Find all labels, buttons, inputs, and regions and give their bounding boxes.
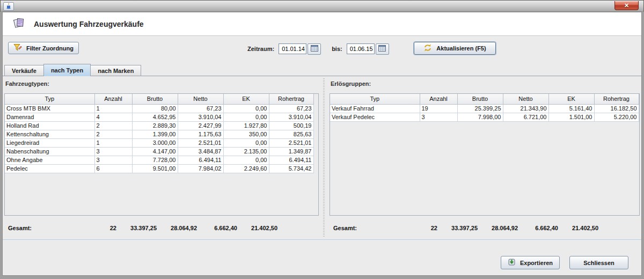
table-row[interactable]: Damenrad44.652,953.910,040,003.910,04 bbox=[5, 113, 313, 121]
table-cell: 2.427,99 bbox=[178, 121, 223, 130]
tab-bar: Verkäufe nach Typen nach Marken bbox=[3, 63, 641, 76]
table-cell: 500,19 bbox=[269, 121, 313, 130]
table-cell: Verkauf Fahrrad bbox=[330, 104, 420, 113]
table-cell: Ohne Angabe bbox=[5, 156, 94, 164]
column-header[interactable]: Brutto bbox=[457, 94, 503, 104]
table-cell: 1 bbox=[94, 104, 132, 113]
date-from-input[interactable] bbox=[279, 43, 306, 54]
split-divider[interactable] bbox=[320, 76, 328, 239]
table-cell: 0,00 bbox=[223, 104, 269, 113]
totals-ek: 6.662,40 bbox=[518, 225, 558, 231]
table-header-row: TypAnzahlBruttoNettoEKRohertrag bbox=[5, 94, 313, 104]
refresh-label: Aktualisieren (F5) bbox=[436, 45, 486, 52]
table-row[interactable]: Liegedreirad13.000,002.521,010,002.521,0… bbox=[5, 138, 313, 147]
column-header[interactable]: Brutto bbox=[132, 94, 178, 104]
tab-nach-typen[interactable]: nach Typen bbox=[43, 64, 91, 76]
documents-icon bbox=[12, 17, 27, 31]
page-title: Auswertung Fahrzeugverkäufe bbox=[34, 20, 144, 28]
tab-nach-marken[interactable]: nach Marken bbox=[90, 65, 141, 76]
window-menu-button[interactable] bbox=[3, 2, 14, 11]
filter-zuordnung-label: Filter Zuordnung bbox=[26, 45, 74, 52]
column-header[interactable]: Typ bbox=[5, 94, 94, 104]
filter-zuordnung-button[interactable]: Filter Zuordnung bbox=[8, 42, 79, 54]
table-cell: 0,00 bbox=[223, 138, 269, 147]
column-header[interactable]: Anzahl bbox=[94, 94, 132, 104]
table-cell: 2.521,01 bbox=[269, 138, 313, 147]
table-cell: 1.175,63 bbox=[178, 130, 223, 138]
table-row[interactable]: Verkauf Fahrrad1925.399,2521.343,905.161… bbox=[330, 104, 639, 113]
table-cell: 7.984,02 bbox=[178, 164, 223, 173]
totals-anzahl: 22 bbox=[397, 225, 437, 231]
tab-label: nach Marken bbox=[98, 68, 134, 74]
table-cell: 4.652,95 bbox=[132, 113, 178, 121]
table-row[interactable]: Ohne Angabe37.728,006.494,110,006.494,11 bbox=[5, 156, 313, 164]
tab-verkaeufe[interactable]: Verkäufe bbox=[4, 65, 44, 76]
table-cell: 825,63 bbox=[269, 130, 313, 138]
table-row[interactable]: Kettenschaltung21.399,001.175,63350,0082… bbox=[5, 130, 313, 138]
fahrzeugtypen-scrollpane: TypAnzahlBruttoNettoEKRohertrag Cross MT… bbox=[4, 93, 319, 216]
table-cell: 3.910,04 bbox=[178, 113, 223, 121]
fahrzeugtypen-totals: Gesamt: 22 33.397,25 28.064,92 6.662,40 … bbox=[3, 217, 320, 239]
table-row[interactable]: Nabenschaltung34.147,003.484,872.135,001… bbox=[5, 147, 313, 156]
toolbar: Filter Zuordnung Zeitraum: bis: bbox=[3, 36, 641, 63]
table-cell: 6.494,11 bbox=[269, 156, 313, 164]
table-cell: 2 bbox=[94, 121, 132, 130]
table-cell: 3.000,00 bbox=[132, 138, 178, 147]
table-cell: 2.889,30 bbox=[132, 121, 178, 130]
column-header[interactable]: EK bbox=[223, 94, 269, 104]
table-cell: 6.494,11 bbox=[178, 156, 223, 164]
totals-anzahl: 22 bbox=[76, 225, 116, 231]
table-header-row: TypAnzahlBruttoNettoEKRohertrag bbox=[330, 94, 639, 104]
table-row[interactable]: Pedelec69.501,007.984,022.249,605.734,42 bbox=[5, 164, 313, 173]
column-header[interactable]: Netto bbox=[503, 94, 548, 104]
tab-label: nach Typen bbox=[51, 67, 83, 74]
export-icon bbox=[508, 258, 516, 267]
schliessen-button[interactable]: Schliessen bbox=[569, 256, 628, 269]
erloesgruppen-title: Erlösgruppen: bbox=[328, 76, 641, 90]
table-row[interactable]: Holland Rad22.889,302.427,991.927,80500,… bbox=[5, 121, 313, 130]
erloesgruppen-table: TypAnzahlBruttoNettoEKRohertrag Verkauf … bbox=[330, 94, 639, 122]
refresh-button[interactable]: Aktualisieren (F5) bbox=[414, 42, 496, 55]
title-bar[interactable]: ✕ bbox=[0, 0, 644, 12]
date-from-calendar-button[interactable] bbox=[308, 43, 321, 55]
date-to-calendar-button[interactable] bbox=[376, 43, 389, 55]
column-header[interactable]: Rohertrag bbox=[594, 94, 639, 104]
export-button[interactable]: Exportieren bbox=[501, 256, 560, 269]
table-cell: 67,23 bbox=[269, 104, 313, 113]
column-header[interactable]: Netto bbox=[178, 94, 223, 104]
date-range-group: Zeitraum: bis: bbox=[247, 43, 389, 55]
table-cell: 3 bbox=[420, 113, 457, 121]
table-cell: 5.734,42 bbox=[269, 164, 313, 173]
table-cell: 2.135,00 bbox=[223, 147, 269, 156]
export-label: Exportieren bbox=[520, 260, 553, 266]
table-cell: 9.501,00 bbox=[132, 164, 178, 173]
date-to-input[interactable] bbox=[347, 43, 375, 54]
column-header[interactable]: Typ bbox=[330, 94, 420, 104]
table-cell: 2.249,60 bbox=[223, 164, 269, 173]
column-header[interactable]: Anzahl bbox=[420, 94, 457, 104]
table-cell: 5.220,00 bbox=[594, 113, 639, 121]
table-cell: 6 bbox=[94, 164, 132, 173]
table-cell: Holland Rad bbox=[5, 121, 94, 130]
table-cell: 0,00 bbox=[223, 156, 269, 164]
table-row[interactable]: Verkauf Pedelec37.998,006.721,001.501,00… bbox=[330, 113, 639, 121]
table-cell: Pedelec bbox=[5, 164, 94, 173]
erloesgruppen-totals: Gesamt: 22 33.397,25 28.064,92 6.662,40 … bbox=[328, 217, 641, 239]
table-cell: 5.161,40 bbox=[548, 104, 594, 113]
table-cell: 19 bbox=[420, 104, 457, 113]
erloesgruppen-panel: Erlösgruppen: TypAnzahlBruttoNettoEKRohe… bbox=[328, 76, 641, 239]
table-cell: 7.998,00 bbox=[457, 113, 503, 121]
fahrzeugtypen-panel: Fahrzeugtypen: TypAnzahlBruttoNettoEKRoh… bbox=[3, 76, 320, 239]
client-area: Auswertung Fahrzeugverkäufe Filter Zuord… bbox=[2, 12, 642, 276]
page-header: Auswertung Fahrzeugverkäufe bbox=[3, 12, 641, 36]
column-header[interactable]: Rohertrag bbox=[269, 94, 313, 104]
fahrzeugtypen-table: TypAnzahlBruttoNettoEKRohertrag Cross MT… bbox=[5, 94, 314, 173]
column-header[interactable]: EK bbox=[548, 94, 594, 104]
table-cell: Nabenschaltung bbox=[5, 147, 94, 156]
totals-label: Gesamt: bbox=[3, 225, 76, 231]
calendar-icon bbox=[311, 45, 318, 53]
close-button[interactable]: ✕ bbox=[614, 1, 639, 10]
table-cell: 3.484,87 bbox=[178, 147, 223, 156]
filter-funnel-icon bbox=[13, 43, 22, 53]
table-row[interactable]: Cross MTB BMX180,0067,230,0067,23 bbox=[5, 104, 313, 113]
